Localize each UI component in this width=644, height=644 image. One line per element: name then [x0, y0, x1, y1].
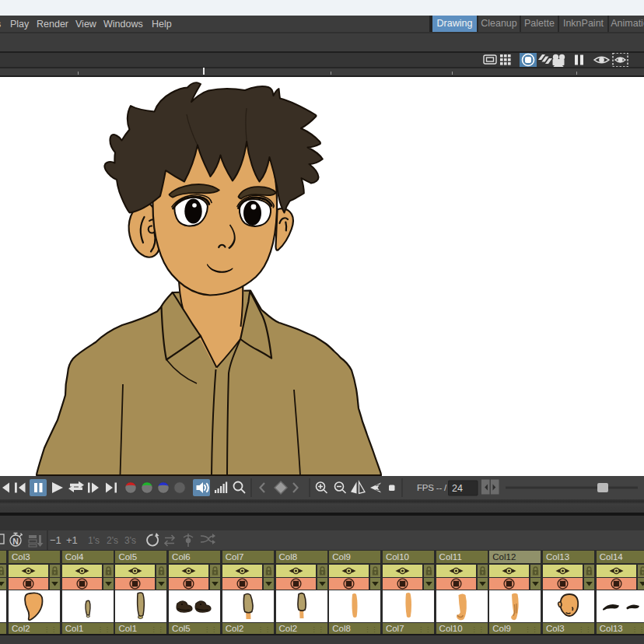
- svg-text:N: N: [12, 537, 19, 546]
- svg-text:24: 24: [452, 483, 463, 494]
- svg-text:1's: 1's: [88, 535, 100, 546]
- svg-text:FPS -- /: FPS -- /: [417, 483, 447, 492]
- svg-text:+1: +1: [66, 534, 78, 546]
- svg-text:−1: −1: [50, 534, 61, 546]
- svg-text:2's: 2's: [107, 535, 118, 546]
- svg-text:3's: 3's: [124, 535, 136, 546]
